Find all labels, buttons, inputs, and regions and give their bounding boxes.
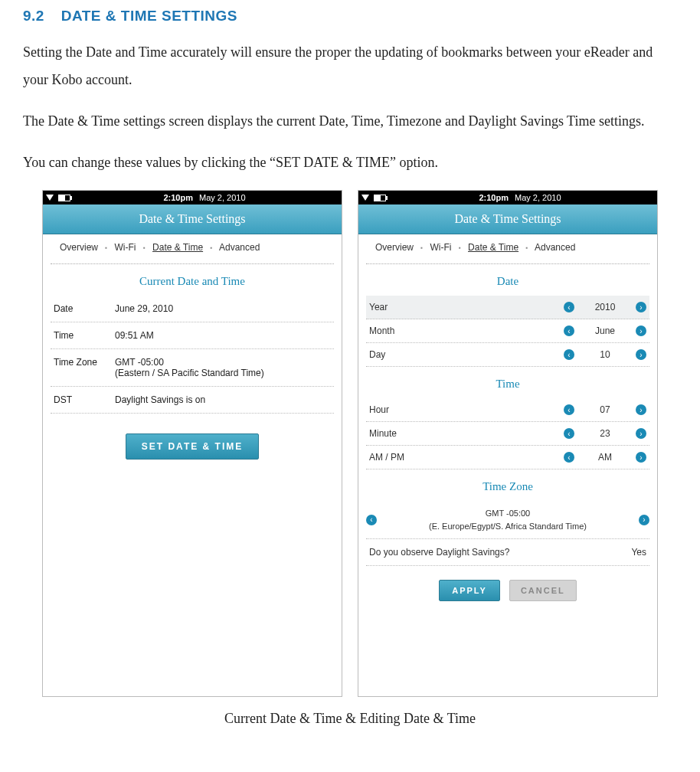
ampm-next-icon[interactable]: › — [636, 452, 646, 463]
tz-next-icon[interactable]: › — [639, 515, 649, 525]
cancel-button[interactable]: CANCEL — [509, 580, 577, 601]
device-edit-datetime: 2:10pm May 2, 2010 Date & Time Settings … — [358, 190, 658, 697]
battery-icon — [374, 195, 386, 201]
breadcrumb-overview[interactable]: Overview — [375, 242, 414, 253]
device-current-datetime: 2:10pm May 2, 2010 Date & Time Settings … — [42, 190, 342, 697]
wifi-icon — [46, 195, 54, 201]
figure-caption: Current Date & Time & Editing Date & Tim… — [23, 711, 677, 727]
row-timezone: Time Zone GMT -05:00 (Eastern / SA Pacif… — [51, 349, 334, 387]
label-timezone: Time Zone — [54, 357, 115, 368]
label-day: Day — [369, 349, 532, 360]
status-time: 2:10pm — [479, 193, 509, 202]
hour-next-icon[interactable]: › — [636, 404, 646, 415]
label-time: Time — [54, 330, 115, 341]
label-minute: Minute — [369, 428, 532, 439]
battery-icon — [58, 195, 70, 201]
breadcrumb-datetime[interactable]: Date & Time — [152, 242, 203, 253]
intro-paragraph-2: The Date & Time settings screen displays… — [23, 107, 677, 135]
year-next-icon[interactable]: › — [636, 302, 646, 312]
section-title-text: DATE & TIME SETTINGS — [61, 8, 237, 24]
breadcrumb-datetime[interactable]: Date & Time — [468, 242, 518, 253]
row-day[interactable]: Day ‹ 10 › — [366, 343, 649, 367]
status-bar: 2:10pm May 2, 2010 — [358, 191, 657, 204]
apply-button[interactable]: APPLY — [439, 580, 500, 601]
section-heading: 9.2 DATE & TIME SETTINGS — [23, 8, 677, 25]
value-year: 2010 — [591, 302, 619, 312]
minute-next-icon[interactable]: › — [636, 428, 646, 439]
value-month: June — [591, 325, 619, 336]
row-timezone-spinner[interactable]: ‹ GMT -05:00 (E. Europe/Egypt/S. Africa … — [366, 501, 649, 539]
status-date: May 2, 2010 — [199, 193, 246, 202]
row-dst: DST Daylight Savings is on — [51, 387, 334, 414]
status-bar: 2:10pm May 2, 2010 — [43, 191, 342, 204]
row-hour[interactable]: Hour ‹ 07 › — [366, 398, 649, 422]
value-ampm: AM — [591, 452, 619, 463]
minute-prev-icon[interactable]: ‹ — [564, 428, 574, 439]
label-dst-question: Do you observe Daylight Savings? — [369, 547, 631, 558]
row-minute[interactable]: Minute ‹ 23 › — [366, 422, 649, 446]
value-timezone: GMT -05:00 (Eastern / SA Pacific Standar… — [115, 357, 331, 378]
row-month[interactable]: Month ‹ June › — [366, 319, 649, 343]
label-dst: DST — [54, 394, 115, 405]
month-next-icon[interactable]: › — [636, 325, 646, 336]
status-time: 2:10pm — [163, 193, 193, 202]
value-timezone: GMT -05:00 (E. Europe/Egypt/S. Africa St… — [377, 507, 639, 532]
set-date-time-button[interactable]: SET DATE & TIME — [126, 433, 259, 460]
hour-prev-icon[interactable]: ‹ — [564, 404, 574, 415]
value-date: June 29, 2010 — [115, 303, 331, 314]
timezone-heading: Time Zone — [358, 469, 657, 501]
date-heading: Date — [358, 264, 657, 296]
breadcrumb: Overview ▪ Wi-Fi ▪ Date & Time ▪ Advance… — [51, 234, 334, 264]
section-number: 9.2 — [23, 8, 44, 24]
value-hour: 07 — [591, 404, 619, 415]
row-year[interactable]: Year ‹ 2010 › — [366, 296, 649, 319]
wifi-icon — [361, 195, 369, 201]
day-next-icon[interactable]: › — [636, 349, 646, 360]
label-year: Year — [369, 302, 532, 312]
breadcrumb-advanced[interactable]: Advanced — [535, 242, 575, 253]
row-date: Date June 29, 2010 — [51, 296, 334, 322]
value-dst: Daylight Savings is on — [115, 394, 331, 405]
breadcrumb-wifi[interactable]: Wi-Fi — [115, 242, 136, 253]
breadcrumb: Overview ▪ Wi-Fi ▪ Date & Time ▪ Advance… — [366, 234, 649, 264]
label-hour: Hour — [369, 404, 532, 415]
month-prev-icon[interactable]: ‹ — [564, 325, 574, 336]
breadcrumb-advanced[interactable]: Advanced — [219, 242, 260, 253]
time-heading: Time — [358, 367, 657, 398]
intro-paragraph-1: Setting the Date and Time accurately wil… — [23, 38, 677, 93]
row-dst-question[interactable]: Do you observe Daylight Savings? Yes — [366, 539, 649, 566]
screen-title: Date & Time Settings — [43, 204, 342, 234]
label-month: Month — [369, 325, 532, 336]
screenshot-row: 2:10pm May 2, 2010 Date & Time Settings … — [23, 190, 677, 697]
ampm-prev-icon[interactable]: ‹ — [564, 452, 574, 463]
label-ampm: AM / PM — [369, 452, 532, 463]
label-date: Date — [54, 303, 115, 314]
value-dst-answer: Yes — [631, 547, 646, 558]
status-date: May 2, 2010 — [515, 193, 561, 202]
breadcrumb-overview[interactable]: Overview — [60, 242, 98, 253]
current-datetime-heading: Current Date and Time — [43, 264, 342, 296]
value-time: 09:51 AM — [115, 330, 331, 341]
breadcrumb-wifi[interactable]: Wi-Fi — [430, 242, 452, 253]
day-prev-icon[interactable]: ‹ — [564, 349, 574, 360]
intro-paragraph-3: You can change these values by clicking … — [23, 149, 677, 176]
row-ampm[interactable]: AM / PM ‹ AM › — [366, 446, 649, 469]
row-time: Time 09:51 AM — [51, 322, 334, 349]
screen-title: Date & Time Settings — [358, 204, 657, 234]
value-minute: 23 — [591, 428, 619, 439]
year-prev-icon[interactable]: ‹ — [564, 302, 574, 312]
tz-prev-icon[interactable]: ‹ — [366, 515, 377, 525]
value-day: 10 — [591, 349, 619, 360]
